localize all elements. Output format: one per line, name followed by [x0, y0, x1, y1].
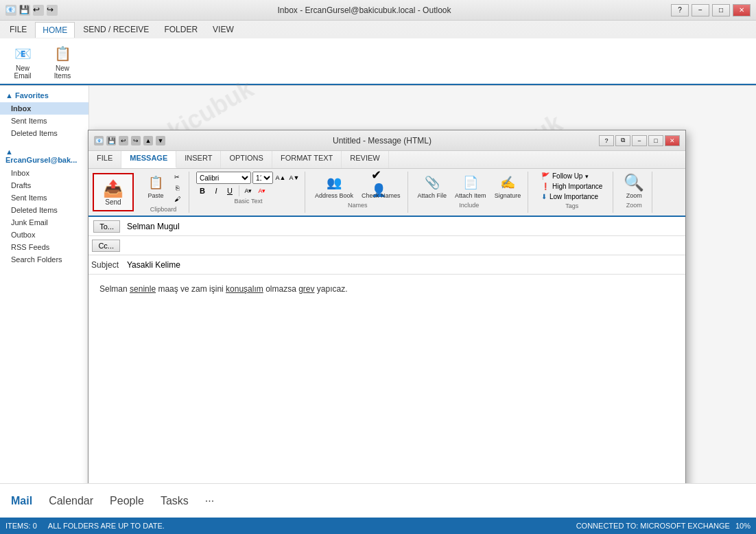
- to-button-container: To...: [88, 220, 123, 233]
- sidebar-item-junk[interactable]: Junk Email: [0, 216, 88, 229]
- tab-send-receive[interactable]: SEND / RECEIVE: [76, 22, 156, 37]
- high-importance-button[interactable]: ❗ High Importance: [539, 182, 605, 191]
- paste-icon: 📋: [146, 173, 165, 192]
- minimize-button[interactable]: −: [692, 4, 709, 16]
- sidebar-item-deleted[interactable]: Deleted Items: [0, 127, 88, 139]
- format-painter-button[interactable]: 🖌: [169, 194, 185, 205]
- format-row: B I U A▾ A▾: [196, 185, 268, 196]
- compose-controls: ? ⧉ − □ ✕: [599, 135, 680, 146]
- low-importance-button[interactable]: ⬇ Low Importance: [539, 192, 601, 201]
- cc-input[interactable]: [123, 238, 685, 253]
- compose-maximize-button[interactable]: □: [648, 135, 663, 146]
- address-book-button[interactable]: 👥 Address Book: [312, 172, 356, 200]
- account-header[interactable]: ▲ ErcanGursel@bak...: [0, 145, 88, 167]
- sync-status: ALL FOLDERS ARE UP TO DATE.: [48, 522, 165, 530]
- redo-icon: ↪: [47, 5, 58, 16]
- compose-body-text: Selman seninle maaş ve zam işini konuşal…: [99, 283, 674, 295]
- cc-button-container: Cc...: [88, 240, 123, 252]
- attach-item-button[interactable]: 📄 Attach Item: [452, 172, 489, 200]
- send-label: Send: [105, 198, 121, 206]
- nav-calendar[interactable]: Calendar: [49, 495, 93, 507]
- sidebar-item-rss[interactable]: RSS Feeds: [0, 241, 88, 253]
- underline-button[interactable]: U: [224, 185, 236, 196]
- sidebar-item-account-inbox[interactable]: Inbox: [0, 167, 88, 179]
- decrease-font-button[interactable]: A▼: [288, 172, 300, 183]
- compose-tab-options[interactable]: OPTIONS: [221, 151, 272, 168]
- clipboard-label: Clipboard: [150, 206, 177, 213]
- font-color-button[interactable]: A▾: [256, 185, 268, 196]
- close-button[interactable]: ✕: [733, 4, 751, 16]
- compose-help-button[interactable]: ?: [599, 135, 614, 146]
- increase-font-button[interactable]: A▲: [274, 172, 287, 183]
- compose-down-icon: ▼: [156, 136, 165, 146]
- compose-body[interactable]: Selman seninle maaş ve zam işini konuşal…: [88, 275, 685, 483]
- favorites-header[interactable]: ▲ Favorites: [0, 89, 88, 102]
- tab-file[interactable]: FILE: [3, 22, 34, 37]
- compose-titlebar-left: 📧 💾 ↩ ↪ ▲ ▼: [94, 136, 165, 146]
- nav-mail[interactable]: Mail: [11, 495, 32, 507]
- compose-restore-button[interactable]: ⧉: [615, 135, 630, 146]
- new-email-button[interactable]: 📧 NewEmail: [5, 41, 40, 81]
- compose-ribbon-tabs: FILE MESSAGE INSERT OPTIONS FORMAT TEXT …: [88, 151, 685, 169]
- nav-more[interactable]: ···: [205, 495, 214, 507]
- sidebar-item-account-deleted[interactable]: Deleted Items: [0, 204, 88, 216]
- zoom-button[interactable]: 🔍 Zoom: [620, 172, 648, 200]
- sidebar-item-outbox[interactable]: Outbox: [0, 229, 88, 241]
- copy-button[interactable]: ⎘: [169, 183, 185, 194]
- compose-tab-format[interactable]: FORMAT TEXT: [272, 151, 342, 168]
- maximize-button[interactable]: □: [712, 4, 730, 16]
- to-input[interactable]: [123, 219, 685, 234]
- sidebar-item-search[interactable]: Search Folders: [0, 253, 88, 266]
- paste-button[interactable]: 📋 Paste: [142, 172, 169, 205]
- high-importance-label: High Importance: [552, 183, 602, 190]
- names-label: Names: [348, 202, 368, 209]
- compose-icon: 📧: [94, 136, 104, 146]
- compose-minimize-button[interactable]: −: [632, 135, 647, 146]
- attach-file-button[interactable]: 📎 Attach File: [415, 172, 450, 200]
- compose-tab-message[interactable]: MESSAGE: [121, 151, 176, 168]
- cc-button[interactable]: Cc...: [92, 240, 120, 252]
- compose-window: 📧 💾 ↩ ↪ ▲ ▼ Untitled - Message (HTML) ? …: [88, 130, 686, 483]
- font-size-select[interactable]: 11: [252, 172, 273, 184]
- cut-button[interactable]: ✂: [169, 172, 185, 183]
- underlined-word-2: konuşalım: [226, 284, 263, 294]
- sidebar-item-sent[interactable]: Sent Items: [0, 115, 88, 127]
- bold-button[interactable]: B: [196, 185, 209, 196]
- italic-button[interactable]: I: [210, 185, 222, 196]
- names-group: 👥 Address Book ✔👤 Check Names Names: [308, 172, 408, 213]
- compose-title: Untitled - Message (HTML): [165, 136, 599, 146]
- to-button[interactable]: To...: [93, 220, 120, 233]
- follow-up-button[interactable]: 🚩 Follow Up ▾: [539, 172, 591, 181]
- send-button[interactable]: 📤 Send: [93, 173, 134, 211]
- sidebar-item-inbox[interactable]: Inbox: [0, 102, 88, 115]
- compose-tab-insert[interactable]: INSERT: [176, 151, 221, 168]
- tab-home[interactable]: HOME: [35, 22, 75, 38]
- nav-people[interactable]: People: [110, 495, 144, 507]
- tab-view[interactable]: VIEW: [206, 22, 241, 37]
- sidebar-item-account-sent[interactable]: Sent Items: [0, 191, 88, 204]
- new-items-button[interactable]: 📋 NewItems: [45, 41, 80, 81]
- compose-close-button[interactable]: ✕: [665, 135, 680, 146]
- highlight-button[interactable]: A▾: [242, 185, 255, 196]
- high-importance-icon: ❗: [541, 183, 550, 190]
- font-select[interactable]: Calibri: [196, 172, 251, 184]
- signature-button[interactable]: ✍ Signature: [492, 172, 524, 200]
- nav-tasks[interactable]: Tasks: [161, 495, 189, 507]
- subject-label: Subject: [88, 260, 123, 270]
- connection-status: CONNECTED TO: MICROSOFT EXCHANGE: [576, 522, 730, 530]
- zoom-label: Zoom: [626, 192, 642, 199]
- send-icon: 📤: [103, 179, 123, 198]
- main-ribbon-content: 📧 NewEmail 📋 NewItems: [0, 38, 756, 85]
- subject-input[interactable]: [123, 257, 685, 272]
- basic-text-content: Calibri 11 A▲ A▼ B I U: [196, 172, 300, 196]
- compose-up-icon: ▲: [143, 136, 153, 146]
- follow-up-dropdown[interactable]: ▾: [585, 173, 589, 180]
- check-names-button[interactable]: ✔👤 Check Names: [359, 172, 403, 200]
- compose-tab-review[interactable]: REVIEW: [342, 151, 388, 168]
- tab-folder[interactable]: FOLDER: [157, 22, 204, 37]
- new-email-label: NewEmail: [14, 65, 31, 80]
- sidebar-item-drafts[interactable]: Drafts: [0, 179, 88, 191]
- follow-up-icon: 🚩: [541, 172, 550, 180]
- help-button[interactable]: ?: [671, 4, 689, 16]
- compose-tab-file[interactable]: FILE: [88, 151, 121, 168]
